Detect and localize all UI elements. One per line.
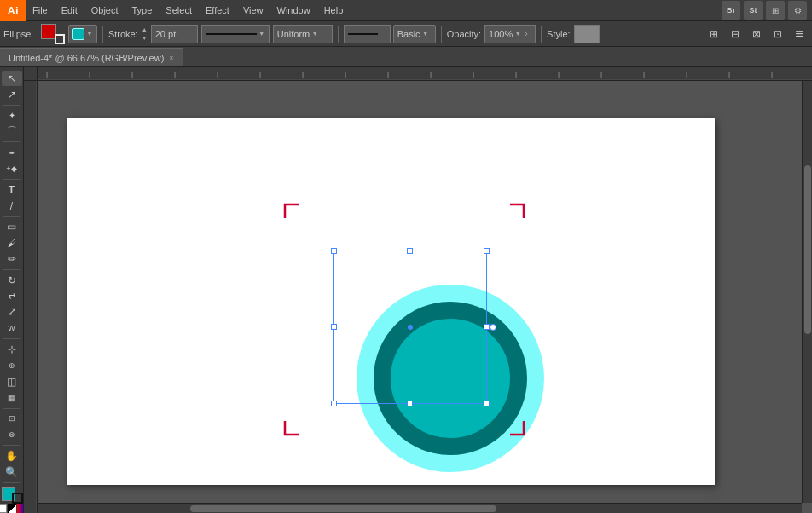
menu-edit[interactable]: Edit <box>55 0 84 21</box>
toolbar-separator-1 <box>102 26 103 43</box>
align-left-icon[interactable]: ⊞ <box>705 25 723 43</box>
svg-text:|: | <box>643 71 645 78</box>
scale-tool[interactable]: ⤢ <box>2 305 22 320</box>
opacity-label: Opacity: <box>447 29 481 39</box>
zoom-tool[interactable]: 🔍 <box>2 464 22 480</box>
free-transform-tool[interactable]: ⊹ <box>2 342 22 357</box>
ellipse-inner-stroke <box>374 302 527 455</box>
svg-text:|: | <box>174 71 176 78</box>
style-label: Style: <box>547 29 571 39</box>
grid-icon[interactable]: ⊞ <box>766 1 785 20</box>
document-tab[interactable]: Untitled-4* @ 66.67% (RGB/Preview) × <box>0 48 183 66</box>
toolbar-separator-4 <box>541 26 542 43</box>
slice-tool[interactable]: ⊗ <box>2 427 22 442</box>
svg-text:|: | <box>600 71 602 78</box>
fill-stroke-swatches[interactable] <box>1 487 23 504</box>
shape-label: Ellipse <box>3 29 38 39</box>
vertical-scrollbar[interactable] <box>802 81 812 503</box>
toolbar-separator-3 <box>441 26 442 43</box>
rotate-tool[interactable]: ↻ <box>2 273 22 288</box>
svg-text:|: | <box>345 71 346 78</box>
color-mode-icons <box>0 504 24 513</box>
menu-type[interactable]: Type <box>125 0 160 21</box>
svg-text:|: | <box>473 71 474 78</box>
svg-text:|: | <box>558 71 560 78</box>
reflect-tool[interactable]: ⇄ <box>2 289 22 304</box>
menu-view[interactable]: View <box>236 0 270 21</box>
search-icon[interactable]: ⚙ <box>788 1 807 20</box>
ellipse-object[interactable] <box>357 285 544 472</box>
svg-text:|: | <box>131 71 133 78</box>
direct-selection-tool[interactable]: ↗ <box>2 87 22 102</box>
menu-items: File Edit Object Type Select Effect View… <box>26 0 350 21</box>
h-scroll-thumb[interactable] <box>190 505 496 512</box>
svg-text:|: | <box>46 71 48 78</box>
menubar-right: Br St ⊞ ⚙ <box>722 1 812 20</box>
stroke-label: Stroke: <box>108 29 138 39</box>
align-center-icon[interactable]: ⊟ <box>726 25 745 43</box>
color-swatch[interactable] <box>17 504 25 513</box>
ruler-corner <box>24 67 38 81</box>
st-icon[interactable]: St <box>744 1 763 20</box>
br-icon[interactable]: Br <box>722 1 740 20</box>
gradient-tool[interactable]: ◫ <box>2 374 22 389</box>
magic-wand-tool[interactable]: ✦ <box>2 108 22 124</box>
menu-effect[interactable]: Effect <box>199 0 236 21</box>
stroke-type-dropdown[interactable]: ▼ <box>68 25 97 43</box>
ruler-vertical <box>24 81 38 513</box>
menu-help[interactable]: Help <box>317 0 351 21</box>
fill-color-area[interactable] <box>41 24 65 44</box>
lasso-tool[interactable]: ⌒ <box>2 124 22 139</box>
toolbox: ↖ ↗ ✦ ⌒ ✒ +◆ T / ▭ 🖌 ✏ ↻ ⇄ ⤢ W ⊹ ⊕ ◫ ▦ ⊡… <box>0 67 24 513</box>
menu-file[interactable]: File <box>26 0 55 21</box>
svg-text:|: | <box>89 71 90 78</box>
menu-select[interactable]: Select <box>159 0 199 21</box>
svg-text:|: | <box>217 71 218 78</box>
pen-tool[interactable]: ✒ <box>2 145 22 160</box>
width-tool[interactable]: W <box>2 320 22 336</box>
style-swatch[interactable] <box>574 25 600 43</box>
none-swatch[interactable] <box>0 504 7 513</box>
toolbar-separator-2 <box>338 26 339 43</box>
pencil-tool[interactable]: ✏ <box>2 251 22 267</box>
selection-tool[interactable]: ↖ <box>2 71 22 86</box>
line-segment-tool[interactable]: / <box>2 199 22 214</box>
artboard-tool[interactable]: ⊡ <box>2 411 22 426</box>
svg-text:|: | <box>686 71 687 78</box>
stroke-value-input[interactable]: 20 pt <box>151 25 198 43</box>
bw-swatch[interactable] <box>8 504 16 513</box>
uniform-dropdown[interactable]: Uniform ▼ <box>273 25 333 43</box>
canvas-area[interactable]: || || || || || || || || || | <box>24 67 812 513</box>
hand-tool[interactable]: ✋ <box>2 448 22 464</box>
shape-builder-tool[interactable]: ⊕ <box>2 358 22 373</box>
arrange-icon[interactable]: ⊡ <box>768 25 787 43</box>
distribute-icon[interactable]: ⊠ <box>747 25 766 43</box>
stroke-spinner[interactable]: ▲ ▼ <box>142 26 148 43</box>
menu-window[interactable]: Window <box>270 0 317 21</box>
opacity-input[interactable]: 100% ▼ › <box>484 25 536 43</box>
add-anchor-tool[interactable]: +◆ <box>2 161 22 176</box>
tab-title: Untitled-4* @ 66.67% (RGB/Preview) <box>9 53 164 63</box>
horizontal-scrollbar[interactable] <box>38 503 802 513</box>
paintbrush-tool[interactable]: 🖌 <box>2 235 22 251</box>
basic-dropdown[interactable]: Basic ▼ <box>393 25 436 43</box>
toolbar: Ellipse ▼ Stroke: ▲ ▼ 20 pt ▼ Uniform ▼ … <box>0 21 812 47</box>
svg-text:|: | <box>771 71 773 78</box>
app-logo: Ai <box>0 0 26 21</box>
svg-text:|: | <box>728 71 730 78</box>
menu-bar: Ai File Edit Object Type Select Effect V… <box>0 0 812 21</box>
menu-object[interactable]: Object <box>84 0 125 21</box>
more-icon[interactable]: ≡ <box>790 25 809 43</box>
svg-text:|: | <box>259 71 261 78</box>
svg-text:|: | <box>302 71 304 78</box>
tab-bar: Untitled-4* @ 66.67% (RGB/Preview) × <box>0 47 812 67</box>
type-tool[interactable]: T <box>2 182 22 198</box>
artboard <box>67 118 715 485</box>
tab-close-button[interactable]: × <box>169 54 173 62</box>
stroke-line-selector[interactable]: ▼ <box>201 25 270 43</box>
basic-dropdown-area[interactable]: Basic ▼ <box>344 25 436 43</box>
graph-tool[interactable]: ▦ <box>2 390 22 406</box>
toolbar-right-icons: ⊞ ⊟ ⊠ ⊡ ≡ <box>705 25 809 43</box>
rectangle-tool[interactable]: ▭ <box>2 219 22 234</box>
v-scroll-thumb[interactable] <box>804 165 811 334</box>
